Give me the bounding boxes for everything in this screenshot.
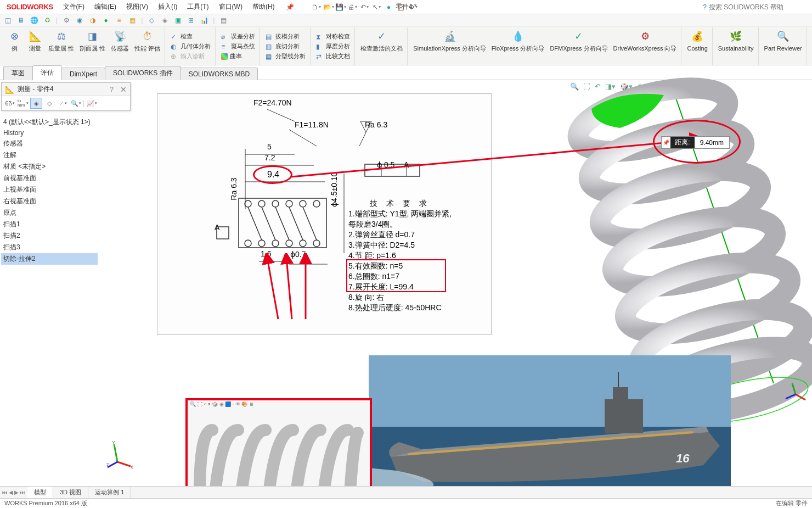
tree-cutext2[interactable]: 切除-拉伸2 <box>1 253 98 265</box>
qat-print[interactable]: 🖨 <box>348 2 358 12</box>
rib-zebra[interactable]: ≡斑马条纹 <box>219 42 257 51</box>
mt-arc[interactable]: ◇ <box>43 98 55 109</box>
view-triad[interactable]: x Y z <box>106 440 136 470</box>
mt-units[interactable]: in mm <box>17 98 29 109</box>
tb-ico-6[interactable]: ◉ <box>75 16 84 25</box>
tab-dimxpert[interactable]: DimXpert <box>61 68 105 80</box>
rib-compare[interactable]: ⇄比较文档 <box>314 52 352 61</box>
tab-sketch[interactable]: 草图 <box>3 66 33 80</box>
menu-window[interactable]: 窗口(W) <box>215 1 247 13</box>
mt-sigma[interactable]: 6δ <box>4 98 16 109</box>
rib-simx[interactable]: 🔬SimulationXpress 分析向导 <box>411 27 488 65</box>
measure-callout[interactable]: 📌 距离: 9.40mm <box>661 136 730 149</box>
rib-sensor[interactable]: 📡传感器 <box>109 27 131 65</box>
rib-cost[interactable]: 💰Costing <box>685 27 709 65</box>
tree-right[interactable]: 右视基准面 <box>1 196 98 207</box>
tb-ico-3[interactable]: 🌐 <box>30 16 38 25</box>
rib-interfere[interactable]: ⊗例 <box>4 27 24 65</box>
rib-flox[interactable]: 💧FloXpress 分析向导 <box>489 27 547 65</box>
feature-tree[interactable]: 4 (默认<<默认>_显示状态 1>) History 传感器 注解 材质 <未… <box>0 80 99 475</box>
menu-help[interactable]: 帮助(H) <box>248 1 279 13</box>
qat-rebuild[interactable]: ● <box>384 2 394 12</box>
btab-motion[interactable]: 运动算例 1 <box>88 487 131 498</box>
tree-sweep3[interactable]: 扫描3 <box>1 242 98 253</box>
tree-top[interactable]: 上视基准面 <box>1 184 98 196</box>
tb-ico-16[interactable]: ▤ <box>219 16 228 25</box>
rib-section[interactable]: ◨剖面属 性 <box>77 27 108 65</box>
tb-ico-4[interactable]: ♻ <box>43 16 52 25</box>
tb-ico-7[interactable]: ◑ <box>88 16 97 25</box>
qat-undo[interactable]: ↶ <box>360 2 370 12</box>
menu-insert[interactable]: 插入(I) <box>154 1 182 13</box>
btab-3dview[interactable]: 3D 视图 <box>53 487 88 498</box>
btab-model[interactable]: 模型 <box>27 487 53 498</box>
qat-select[interactable]: ↖ <box>372 2 382 12</box>
bt-first[interactable]: ⏮ <box>2 489 8 495</box>
help-search[interactable]: ? <box>703 3 808 11</box>
search-input[interactable] <box>709 3 808 11</box>
callout-pin-icon[interactable]: 📌 <box>662 139 670 146</box>
tb-ico-14[interactable]: ⊞ <box>187 16 195 25</box>
menu-file[interactable]: 文件(F) <box>59 1 89 13</box>
rib-undercut[interactable]: ▥底切分析 <box>263 42 308 51</box>
tb-ico-2[interactable]: 🖥 <box>16 16 25 25</box>
rib-partline[interactable]: ▦分型线分析 <box>263 52 308 61</box>
rib-thick[interactable]: ▮厚度分析 <box>314 42 352 51</box>
rib-partrev[interactable]: 🔍Part Reviewer <box>762 27 804 65</box>
mt-proj[interactable]: 🔍 <box>70 98 82 109</box>
svg-line-31 <box>267 258 278 319</box>
bt-next[interactable]: ▶ <box>14 489 19 495</box>
qat-new[interactable]: 🗋 <box>312 2 322 12</box>
tb-ico-10[interactable]: ▦ <box>128 16 137 25</box>
tb-ico-5[interactable]: ⚙ <box>62 16 71 25</box>
tree-sweep1[interactable]: 扫描1 <box>1 219 98 230</box>
rib-measure[interactable]: 📐测量 <box>25 27 45 65</box>
tb-ico-1[interactable]: ◫ <box>3 16 12 25</box>
rib-sust[interactable]: 🌿Sustainability <box>716 27 756 65</box>
measure-panel[interactable]: 📐 测量 - 零件4 ? ✕ 6δ in mm ◈ ◇ ⟋ 🔍 | 📈 <box>1 82 131 111</box>
rib-dfmx[interactable]: ✓DFMXpress 分析向导 <box>548 27 610 65</box>
rib-mass[interactable]: ⚖质量属 性 <box>46 27 76 65</box>
tree-history[interactable]: History <box>1 128 98 138</box>
measure-close[interactable]: ✕ <box>120 85 127 94</box>
rib-perf[interactable]: ⏱性能 评估 <box>132 27 162 65</box>
rib-diag[interactable]: ⊕输入诊断 <box>168 52 213 61</box>
tab-mbd[interactable]: SOLIDWORKS MBD <box>181 68 258 80</box>
tree-origin[interactable]: 原点 <box>1 207 98 219</box>
tb-ico-15[interactable]: 📊 <box>200 16 208 25</box>
tb-ico-8[interactable]: ● <box>101 16 110 25</box>
tree-mat[interactable]: 材质 <未指定> <box>1 161 98 172</box>
graphics-canvas[interactable]: 🔍 ⛶ ↶ ◨▾ 🎲▾ ◉▾ 🟦▾ · 👁▾ 🎨▾ 🖥▾ · <box>99 80 812 475</box>
rib-sym[interactable]: ⧗对称检查 <box>314 32 352 41</box>
qat-save[interactable]: 💾 <box>336 2 346 12</box>
tab-evaluate[interactable]: 评估 <box>32 65 62 80</box>
tb-ico-9[interactable]: ≡ <box>115 16 123 25</box>
rib-chkact[interactable]: ✓检查激活的文档 <box>358 27 405 65</box>
tree-annot[interactable]: 注解 <box>1 149 98 161</box>
rib-curv[interactable]: 曲率 <box>219 52 257 61</box>
rib-dwx[interactable]: ⚙DriveWorksXpress 向导 <box>611 27 679 65</box>
measure-help[interactable]: ? <box>110 86 114 93</box>
tree-sweep2[interactable]: 扫描2 <box>1 230 98 242</box>
tree-root[interactable]: 4 (默认<<默认>_显示状态 1>) <box>1 116 98 128</box>
tree-front[interactable]: 前视基准面 <box>1 172 98 184</box>
bt-prev[interactable]: ◀ <box>9 489 13 495</box>
rib-draft[interactable]: ▤拔模分析 <box>263 32 308 41</box>
rib-geom[interactable]: ◐几何体分析 <box>168 42 213 51</box>
mt-hist[interactable]: 📈 <box>86 98 98 109</box>
rib-err[interactable]: ⌀误差分析 <box>219 32 257 41</box>
mt-p2p[interactable]: ⟋ <box>57 98 69 109</box>
tree-sensors[interactable]: 传感器 <box>1 138 98 149</box>
tb-ico-13[interactable]: ▣ <box>173 16 182 25</box>
bt-last[interactable]: ⏭ <box>20 489 25 495</box>
menu-view[interactable]: 视图(V) <box>122 1 153 13</box>
tb-ico-11[interactable]: ◇ <box>147 16 156 25</box>
menu-tools[interactable]: 工具(T) <box>183 1 213 13</box>
tb-ico-12[interactable]: ◈ <box>160 16 169 25</box>
qat-open[interactable]: 📂 <box>324 2 334 12</box>
pin-icon[interactable]: 📌 <box>286 3 294 11</box>
tab-addins[interactable]: SOLIDWORKS 插件 <box>105 66 181 80</box>
rib-check[interactable]: ✓检查 <box>168 32 213 41</box>
mt-xyz[interactable]: ◈ <box>30 98 42 109</box>
menu-edit[interactable]: 编辑(E) <box>90 1 121 13</box>
